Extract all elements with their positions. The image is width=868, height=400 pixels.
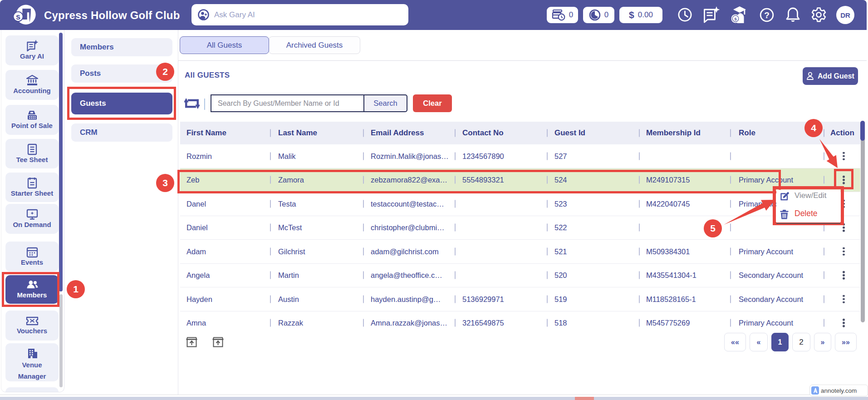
- svg-text:s: s: [16, 12, 20, 21]
- svg-text:?: ?: [764, 10, 770, 20]
- svg-text:s: s: [734, 16, 737, 21]
